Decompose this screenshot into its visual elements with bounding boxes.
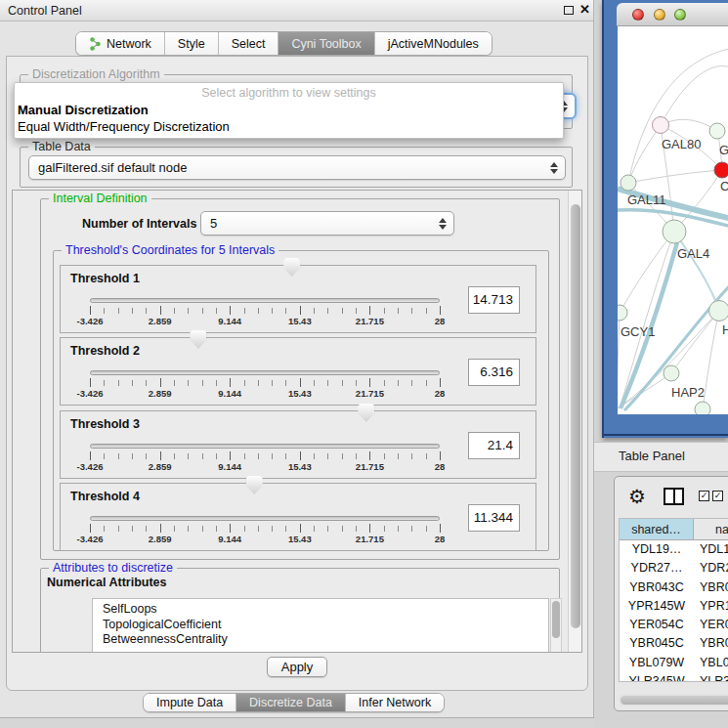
list-item[interactable]: SelfLoops	[103, 602, 548, 618]
list-item[interactable]: TopologicalCoefficient	[103, 618, 548, 633]
cell-name[interactable]: YER0	[694, 616, 728, 634]
tab-impute-data[interactable]: Impute Data	[144, 694, 236, 711]
node-g[interactable]	[709, 123, 725, 139]
tab-network-label: Network	[107, 37, 151, 51]
attributes-list-scrollbar[interactable]	[550, 598, 562, 653]
major-tick	[90, 524, 91, 533]
cell-shared-name[interactable]: YER054C	[620, 616, 694, 634]
slider-track[interactable]	[90, 370, 440, 375]
node-red-highlight[interactable]	[714, 162, 728, 178]
scrollbar-thumb[interactable]	[571, 204, 580, 628]
cell-shared-name[interactable]: YLR345W	[620, 672, 694, 682]
cell-name[interactable]: YPR1	[694, 597, 728, 616]
zoom-traffic-light-icon[interactable]	[674, 9, 686, 21]
threshold-4-box: Threshold 4-3.4262.8599.14415.4321.71528…	[60, 483, 536, 551]
tick-label: -3.426	[77, 534, 104, 544]
table-row[interactable]: YBL079WYBL0	[620, 654, 728, 672]
node-partial-bottom[interactable]	[695, 402, 710, 414]
table-row[interactable]: YPR145WYPR1	[620, 597, 728, 616]
slider-thumb[interactable]	[190, 330, 206, 349]
float-window-icon[interactable]	[564, 6, 574, 15]
node-hap2[interactable]	[664, 365, 679, 381]
major-tick	[300, 451, 301, 460]
slider-thumb[interactable]	[246, 476, 263, 494]
slider-track[interactable]	[90, 298, 440, 303]
cell-shared-name[interactable]: YBR045C	[620, 634, 694, 653]
algorithm-option-manual[interactable]: Manual Discretization	[18, 103, 149, 117]
close-icon[interactable]: ✕	[579, 2, 590, 17]
tab-infer-network-label: Infer Network	[359, 696, 431, 709]
checkbox-icon[interactable]: ✓	[712, 491, 723, 501]
cell-shared-name[interactable]: YDR27…	[620, 559, 694, 578]
threshold-label: Threshold 3	[70, 417, 140, 431]
tab-select[interactable]: Select	[219, 32, 279, 55]
list-item[interactable]: BetweennessCentrality	[103, 632, 548, 648]
minimize-traffic-light-icon[interactable]	[654, 9, 665, 21]
threshold-value-field[interactable]: 21.4	[468, 432, 520, 459]
network-canvas[interactable]: GAL80 G. C GAL11 GAL4 GCY1 H HAP2	[618, 26, 728, 414]
node-gal80[interactable]	[653, 117, 669, 134]
major-tick	[300, 378, 301, 387]
cell-shared-name[interactable]: YBR043C	[620, 578, 694, 597]
column-header-shared-name[interactable]: shared…	[620, 519, 694, 539]
threshold-label: Threshold 1	[70, 272, 140, 285]
threshold-value-field[interactable]: 11.344	[468, 504, 520, 532]
tab-cyni-toolbox[interactable]: Cyni Toolbox	[278, 32, 374, 55]
table-row[interactable]: YER054CYER0	[620, 616, 728, 634]
tick-label: 28	[435, 461, 446, 472]
major-tick	[369, 524, 370, 533]
tab-discretize-data[interactable]: Discretize Data	[236, 694, 346, 711]
apply-button[interactable]: Apply	[267, 657, 327, 677]
major-tick	[160, 451, 161, 460]
cell-name[interactable]: YDR2	[694, 559, 728, 578]
scrollbar-thumb[interactable]	[552, 601, 560, 638]
table-row[interactable]: YLR345WYLR3	[620, 672, 728, 682]
scrollbar-thumb[interactable]	[621, 696, 728, 705]
threshold-value-field[interactable]: 14.713	[468, 286, 520, 314]
cell-shared-name[interactable]: YBL079W	[620, 654, 694, 672]
checkbox-icon[interactable]: ✓	[699, 491, 709, 501]
gear-icon[interactable]: ⚙	[628, 485, 646, 508]
tab-style[interactable]: Style	[165, 32, 219, 55]
cell-name[interactable]: YLR3	[694, 672, 728, 682]
tab-jactivemnodules[interactable]: jActiveMNodules	[375, 32, 492, 55]
node-gal4[interactable]	[663, 220, 686, 243]
node-label-gal4: GAL4	[677, 246, 709, 261]
cell-name[interactable]: YBL0	[694, 654, 728, 672]
number-of-intervals-combo[interactable]: 5	[200, 211, 454, 236]
tab-network[interactable]: Network	[76, 32, 165, 55]
table-row[interactable]: YDL19…YDL1	[620, 540, 728, 559]
cell-name[interactable]: YBR0	[694, 634, 728, 653]
table-row[interactable]: YBR043CYBR0	[620, 578, 728, 597]
node-gcy1[interactable]	[618, 305, 627, 321]
threshold-value-field[interactable]: 6.316	[468, 359, 520, 386]
table-horizontal-scrollbar[interactable]	[619, 694, 728, 706]
table-row[interactable]: YDR27…YDR2	[620, 559, 728, 578]
node-attribute-table[interactable]: shared… na YDL19…YDL1 YDR27…YDR2 YBR043C…	[619, 518, 728, 682]
slider-thumb[interactable]	[283, 258, 300, 277]
tab-infer-network[interactable]: Infer Network	[346, 694, 444, 711]
table-data-combo[interactable]: galFiltered.sif default node	[28, 155, 566, 180]
cell-name[interactable]: YDL1	[694, 540, 728, 559]
columns-icon[interactable]	[664, 488, 684, 505]
slider-thumb[interactable]	[358, 404, 374, 422]
table-row[interactable]: YBR045CYBR0	[620, 634, 728, 653]
network-view-window: GAL80 G. C GAL11 GAL4 GCY1 H HAP2	[602, 0, 728, 438]
control-panel-titlebar: Control Panel ✕	[0, 0, 593, 21]
cell-shared-name[interactable]: YDL19…	[620, 540, 694, 559]
column-header-name[interactable]: na	[694, 519, 728, 539]
cell-shared-name[interactable]: YPR145W	[620, 597, 694, 616]
node-h[interactable]	[709, 301, 728, 321]
slider-track[interactable]	[90, 516, 440, 521]
numerical-attributes-list[interactable]: SelfLoops TopologicalCoefficient Between…	[92, 598, 549, 653]
settings-vertical-scrollbar[interactable]	[568, 191, 581, 652]
node-label-gal80: GAL80	[662, 137, 701, 151]
threshold-2-box: Threshold 2-3.4262.8599.14415.4321.71528…	[60, 337, 536, 406]
number-of-intervals-value: 5	[210, 216, 217, 231]
slider-track[interactable]	[90, 444, 440, 449]
node-gal11[interactable]	[621, 175, 636, 191]
close-traffic-light-icon[interactable]	[632, 9, 644, 21]
algorithm-option-equal-width[interactable]: Equal Width/Frequency Discretization	[18, 119, 230, 134]
tick-label: 15.43	[288, 461, 312, 472]
cell-name[interactable]: YBR0	[694, 578, 728, 597]
